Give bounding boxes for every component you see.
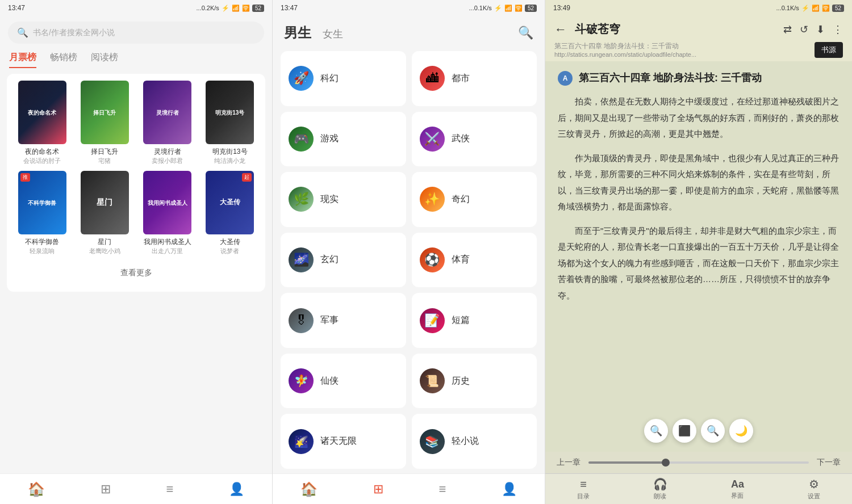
cat-item-military[interactable]: 🎖 军事 <box>281 293 406 348</box>
battery-2: 52 <box>525 5 537 12</box>
cat-item-short[interactable]: 📝 短篇 <box>412 293 537 348</box>
more-icon[interactable]: ⋮ <box>833 23 843 36</box>
float-copy-btn[interactable]: 🔍 <box>701 419 725 443</box>
book-card-3[interactable]: 灵境行者 灵境行者 卖报小郎君 <box>139 81 196 165</box>
book-card-6[interactable]: 星门 星门 老鹰吃小鸡 <box>76 171 133 255</box>
float-screenshot-btn[interactable]: ⬛ <box>673 419 696 443</box>
cat-item-scifi[interactable]: 🚀 科幻 <box>281 51 406 106</box>
cat-item-wuxia[interactable]: ⚔️ 武侠 <box>412 112 537 167</box>
progress-track[interactable] <box>588 461 809 464</box>
nav-user-1[interactable]: 👤 <box>229 482 244 497</box>
cat-item-history[interactable]: 📜 历史 <box>412 354 537 409</box>
paragraph-1: 拍卖，依然是在无数人期待之中缓缓度过，在经过那道神秘残破图片之后，期间又是出现了… <box>558 94 840 142</box>
cat-item-infinite[interactable]: 🌠 诸天无限 <box>281 414 406 469</box>
status-icons-2: ...0.1K/s ⚡ 📶 🛜 52 <box>469 5 537 12</box>
cat-item-real[interactable]: 🌿 现实 <box>281 172 406 227</box>
back-button[interactable]: ← <box>554 22 567 37</box>
book-author-1: 会说话的肘子 <box>23 157 61 165</box>
cat-header: 男生 女生 🔍 <box>273 16 545 47</box>
cat-label-xianxia: 仙侠 <box>320 375 339 387</box>
cat-label-xuan: 玄幻 <box>320 254 339 266</box>
float-search-btn[interactable]: 🔍 <box>644 419 668 443</box>
cat-avatar-xianxia: 🧚 <box>289 368 314 393</box>
nav-list-1[interactable]: ≡ <box>166 482 173 497</box>
cat-item-sports[interactable]: ⚽ 体育 <box>412 233 537 288</box>
more-button[interactable]: 查看更多 <box>14 261 258 285</box>
book-cover-6: 星门 <box>81 171 129 234</box>
cat-avatar-city: 🏙 <box>420 66 445 91</box>
tab-monthly[interactable]: 月票榜 <box>9 52 36 68</box>
cat-label-infinite: 诸天无限 <box>320 435 357 447</box>
download-icon[interactable]: ⬇ <box>816 23 825 36</box>
book-card-2[interactable]: 择日飞升 择日飞升 宅猪 <box>76 81 133 165</box>
book-card-5[interactable]: 不科学御兽 推 不科学御兽 轻泉流响 <box>14 171 70 255</box>
book-title-5: 不科学御兽 <box>25 237 59 247</box>
nav-grid-1[interactable]: ⊞ <box>101 482 111 497</box>
reader-book-title: 斗破苍穹 <box>575 22 775 37</box>
nav-user-2[interactable]: 👤 <box>502 482 517 497</box>
cat-label-history: 历史 <box>452 375 470 387</box>
book-title-3: 灵境行者 <box>154 147 181 157</box>
reader-nav-display[interactable]: Aa 界面 <box>731 478 744 500</box>
source-button[interactable]: 书源 <box>815 42 843 58</box>
book-card-8[interactable]: 大圣传 起 大圣传 说梦者 <box>202 171 258 255</box>
tab-reading[interactable]: 阅读榜 <box>91 52 118 68</box>
settings-icon: ⚙ <box>809 477 819 491</box>
cat-item-game[interactable]: 🎮 游戏 <box>281 112 406 167</box>
book-grid: 夜的命名术 夜的命名术 会说话的肘子 择日飞升 择日飞升 宅猪 <box>0 68 272 473</box>
reader-toolbar: ← 斗破苍穹 ⇄ ↺ ⬇ ⋮ <box>545 16 852 40</box>
cat-item-lightnovel[interactable]: 📚 轻小说 <box>412 414 537 469</box>
bluetooth-icon-1: ⚡ <box>222 5 229 12</box>
reader-nav-settings[interactable]: ⚙ 设置 <box>808 477 820 501</box>
refresh-icon[interactable]: ↺ <box>800 23 808 36</box>
cat-avatar-sports: ⚽ <box>420 247 445 272</box>
book-card-4[interactable]: 明克街13号 明克街13号 纯洁滴小龙 <box>202 81 258 165</box>
network-1: ...0.2K/s <box>197 5 219 11</box>
chart-tabs: 月票榜 畅销榜 阅读榜 <box>0 47 272 68</box>
panel-categories: 13:47 ...0.1K/s ⚡ 📶 🛜 52 男生 女生 🔍 <box>273 0 545 504</box>
book-title-6: 星门 <box>98 237 111 247</box>
search-bar[interactable]: 🔍 书名/作者搜索全网小说 <box>8 22 264 44</box>
shuffle-icon[interactable]: ⇄ <box>783 23 792 36</box>
book-cover-4: 明克街13号 <box>206 81 254 144</box>
source-info-text: 第三百六十四章 地阶身法斗技：三千雷动 http://statics.runge… <box>554 41 809 58</box>
book-cover-3: 灵境行者 <box>143 81 191 144</box>
paragraph-2: 作为最顶级的青灵丹，即使是黑角域中，也很少有人见过真正的三种丹纹，毕竟，那所需要… <box>558 150 840 215</box>
progress-thumb[interactable] <box>662 459 670 467</box>
cat-item-xuan[interactable]: 🌌 玄幻 <box>281 233 406 288</box>
cat-label-city: 都市 <box>452 73 470 85</box>
chapter-title: A 第三百六十四章 地阶身法斗技: 三千雷动 <box>558 70 840 86</box>
prev-chapter-btn[interactable]: 上一章 <box>557 457 580 468</box>
book-author-5: 轻泉流响 <box>30 247 55 255</box>
paragraph-3: 而至于"三纹青灵丹"的最后得主，却并非是财大气粗的血宗少宗主，而是天蛇府的人，那… <box>558 223 840 304</box>
float-night-btn[interactable]: 🌙 <box>729 419 753 443</box>
cat-tab-female[interactable]: 女生 <box>323 27 343 41</box>
reader-nav-audio[interactable]: 🎧 朗读 <box>653 477 667 501</box>
cat-item-city[interactable]: 🏙 都市 <box>412 51 537 106</box>
book-title-4: 明克街13号 <box>212 147 247 157</box>
cat-item-xianxia[interactable]: 🧚 仙侠 <box>281 354 406 409</box>
cat-label-sports: 体育 <box>452 254 470 266</box>
reader-nav-toc[interactable]: ≡ 目录 <box>577 478 590 501</box>
cat-label-fantasy: 奇幻 <box>452 194 470 205</box>
cat-search-icon[interactable]: 🔍 <box>518 26 533 40</box>
nav-grid-2[interactable]: ⊞ <box>373 482 383 497</box>
book-cover-5: 不科学御兽 推 <box>18 171 66 234</box>
book-author-4: 纯洁滴小龙 <box>214 157 245 165</box>
category-grid: 🚀 科幻 🏙 都市 🎮 游戏 ⚔️ 武侠 🌿 现实 <box>273 47 545 473</box>
cat-tab-male[interactable]: 男生 <box>284 24 311 42</box>
cat-item-fantasy[interactable]: ✨ 奇幻 <box>412 172 537 227</box>
book-cover-8: 大圣传 起 <box>206 171 254 234</box>
book-card-1[interactable]: 夜的命名术 夜的命名术 会说话的肘子 <box>14 81 70 165</box>
cat-avatar-xuan: 🌌 <box>289 247 314 272</box>
network-2: ...0.1K/s <box>469 5 492 11</box>
book-card-7[interactable]: 我用闲书成圣人 我用闲书成圣人 出走八万里 <box>139 171 196 255</box>
cat-label-wuxia: 武侠 <box>452 133 470 145</box>
next-chapter-btn[interactable]: 下一章 <box>817 457 841 468</box>
tab-bestseller[interactable]: 畅销榜 <box>50 52 77 68</box>
toc-label: 目录 <box>577 492 590 501</box>
book-title-1: 夜的命名术 <box>25 147 59 157</box>
nav-home-2[interactable]: 🏠 <box>300 481 318 497</box>
nav-list-2[interactable]: ≡ <box>438 482 446 497</box>
nav-home-1[interactable]: 🏠 <box>28 481 45 497</box>
